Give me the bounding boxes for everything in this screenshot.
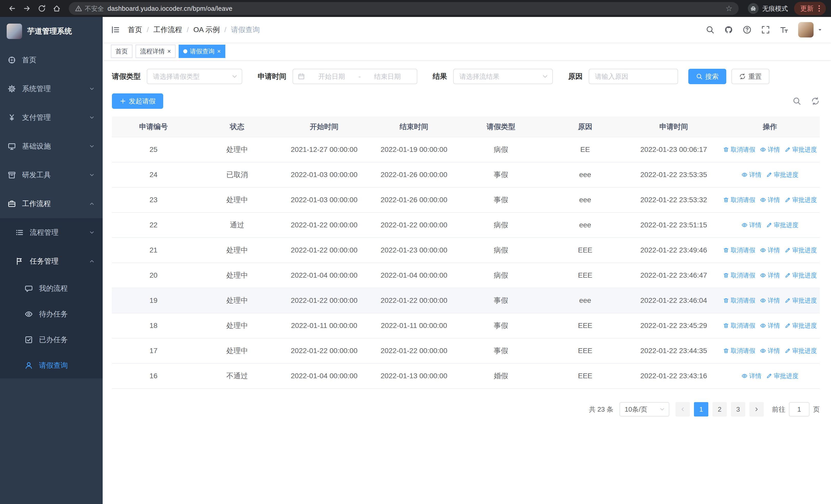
next-page-button[interactable] xyxy=(749,402,764,416)
leave-type-select[interactable]: 请选择请假类型 xyxy=(147,69,242,84)
github-icon[interactable] xyxy=(724,25,733,34)
cancel-leave-link[interactable]: 取消请假 xyxy=(723,296,755,305)
sidebar-item-process-mgmt[interactable]: 流程管理 xyxy=(0,218,103,247)
page-button-3[interactable]: 3 xyxy=(731,402,745,416)
table-row[interactable]: 16 不通过 2022-01-04 00:00:00 2022-01-13 00… xyxy=(112,363,820,388)
sidebar-item-todo-tasks[interactable]: 待办任务 xyxy=(0,301,103,327)
search-icon[interactable] xyxy=(706,25,715,34)
cancel-leave-link[interactable]: 取消请假 xyxy=(723,347,755,355)
plus-icon xyxy=(120,98,126,105)
breadcrumb-home[interactable]: 首页 xyxy=(128,25,142,35)
cell-reason: eee xyxy=(543,288,627,313)
forward-icon[interactable] xyxy=(20,2,34,16)
approval-progress-link[interactable]: 审批进度 xyxy=(784,146,817,154)
detail-link[interactable]: 详情 xyxy=(760,146,780,154)
bookmark-star-icon[interactable]: ☆ xyxy=(725,5,733,12)
cancel-leave-link[interactable]: 取消请假 xyxy=(723,196,755,204)
table-row[interactable]: 20 处理中 2022-01-04 00:00:00 2022-01-04 00… xyxy=(112,263,820,288)
sidebar-item-home[interactable]: 首页 xyxy=(0,46,103,75)
table-row[interactable]: 18 处理中 2022-01-11 00:00:00 2022-01-11 00… xyxy=(112,313,820,338)
tab-leave-query[interactable]: 请假查询 × xyxy=(179,45,225,58)
close-icon[interactable]: × xyxy=(167,48,171,54)
chevron-down-icon xyxy=(89,86,95,92)
table-row[interactable]: 23 处理中 2022-01-03 00:00:00 2022-01-26 00… xyxy=(112,187,820,212)
sidebar-item-workflow[interactable]: 工作流程 xyxy=(0,189,103,218)
toggle-search-icon[interactable] xyxy=(793,97,801,106)
breadcrumb-oa-example[interactable]: OA 示例 xyxy=(194,25,220,35)
goto-page-input[interactable] xyxy=(789,402,809,416)
sidebar-item-my-processes[interactable]: 我的流程 xyxy=(0,276,103,301)
page-size-select[interactable]: 10条/页 xyxy=(620,402,669,416)
tab-process-detail[interactable]: 流程详情 × xyxy=(136,45,175,58)
sidebar-item-task-mgmt[interactable]: 任务管理 xyxy=(0,247,103,276)
sidebar-item-system-mgmt[interactable]: 系统管理 xyxy=(0,75,103,103)
table-row[interactable]: 24 已取消 2022-01-03 00:00:00 2022-01-26 00… xyxy=(112,162,820,187)
cell-apply-time: 2022-01-23 00:06:17 xyxy=(627,137,720,162)
approval-progress-link[interactable]: 审批进度 xyxy=(784,271,817,279)
approval-progress-link[interactable]: 审批进度 xyxy=(784,347,817,355)
detail-link[interactable]: 详情 xyxy=(760,246,780,254)
sidebar: 芋道管理系统 首页 系统管理 支付管理 基础设施 研发工具 工作流 xyxy=(0,17,103,504)
close-icon[interactable]: × xyxy=(217,48,221,54)
prev-page-button[interactable] xyxy=(676,402,690,416)
sidebar-item-done-tasks[interactable]: 已办任务 xyxy=(0,327,103,353)
sidebar-toggle-icon[interactable] xyxy=(111,25,120,34)
detail-link[interactable]: 详情 xyxy=(741,372,762,380)
table-row[interactable]: 21 处理中 2022-01-22 00:00:00 2022-01-23 00… xyxy=(112,238,820,263)
table-row[interactable]: 22 通过 2022-01-22 00:00:00 2022-01-22 00:… xyxy=(112,212,820,238)
detail-link[interactable]: 详情 xyxy=(741,221,762,229)
help-icon[interactable] xyxy=(743,25,751,34)
approval-progress-link[interactable]: 审批进度 xyxy=(766,171,798,179)
cancel-leave-link[interactable]: 取消请假 xyxy=(723,146,755,154)
reason-input[interactable] xyxy=(589,69,678,84)
sidebar-item-infrastructure[interactable]: 基础设施 xyxy=(0,132,103,161)
fullscreen-icon[interactable] xyxy=(761,25,770,34)
approval-progress-link[interactable]: 审批进度 xyxy=(784,246,817,254)
apply-time-range-picker[interactable]: 开始日期 - 结束日期 xyxy=(292,69,417,84)
detail-link[interactable]: 详情 xyxy=(760,322,780,330)
approval-progress-link[interactable]: 审批进度 xyxy=(784,322,817,330)
detail-link[interactable]: 详情 xyxy=(741,171,762,179)
caret-down-icon[interactable] xyxy=(817,27,823,33)
cell-apply-id: 17 xyxy=(112,338,195,363)
not-secure-badge[interactable]: 不安全 xyxy=(75,4,104,13)
pen-icon xyxy=(766,222,772,228)
sidebar-item-payment-mgmt[interactable]: 支付管理 xyxy=(0,103,103,132)
briefcase-icon xyxy=(8,200,16,208)
approval-progress-link[interactable]: 审批进度 xyxy=(784,196,817,204)
page-button-2[interactable]: 2 xyxy=(712,402,727,416)
approval-progress-link[interactable]: 审批进度 xyxy=(784,296,817,305)
result-select[interactable]: 请选择流结果 xyxy=(453,69,553,84)
tab-home[interactable]: 首页 xyxy=(111,45,133,58)
kebab-menu-icon[interactable] xyxy=(815,4,823,12)
home-icon[interactable] xyxy=(50,2,64,16)
search-button[interactable]: 搜索 xyxy=(688,69,726,84)
sidebar-item-dev-tools[interactable]: 研发工具 xyxy=(0,161,103,189)
table-row[interactable]: 17 处理中 2022-01-22 00:00:00 2022-01-22 00… xyxy=(112,338,820,363)
cancel-leave-link[interactable]: 取消请假 xyxy=(723,246,755,254)
browser-menu-button[interactable]: 更新 xyxy=(794,2,826,15)
font-size-icon[interactable] xyxy=(780,25,789,34)
reset-button[interactable]: 重置 xyxy=(732,69,769,84)
app-logo: 芋道管理系统 xyxy=(0,17,103,46)
detail-link[interactable]: 详情 xyxy=(760,196,780,204)
sidebar-item-leave-query[interactable]: 请假查询 xyxy=(0,353,103,378)
detail-link[interactable]: 详情 xyxy=(760,271,780,279)
cancel-leave-link[interactable]: 取消请假 xyxy=(723,271,755,279)
incognito-icon xyxy=(748,3,758,14)
reload-icon[interactable] xyxy=(35,2,49,16)
detail-link[interactable]: 详情 xyxy=(760,296,780,305)
cancel-leave-link[interactable]: 取消请假 xyxy=(723,322,755,330)
table-row[interactable]: 25 处理中 2021-12-27 00:00:00 2022-01-19 00… xyxy=(112,137,820,162)
breadcrumb-workflow[interactable]: 工作流程 xyxy=(153,25,182,35)
detail-link[interactable]: 详情 xyxy=(760,347,780,355)
back-icon[interactable] xyxy=(5,2,19,16)
page-button-1[interactable]: 1 xyxy=(694,402,708,416)
avatar[interactable] xyxy=(798,22,813,37)
approval-progress-link[interactable]: 审批进度 xyxy=(766,221,798,229)
refresh-table-icon[interactable] xyxy=(811,97,820,106)
create-leave-button[interactable]: 发起请假 xyxy=(112,93,163,109)
approval-progress-link[interactable]: 审批进度 xyxy=(766,372,798,380)
table-row[interactable]: 19 处理中 2022-01-22 00:00:00 2022-01-22 00… xyxy=(112,288,820,313)
url-bar[interactable]: 不安全 dashboard.yudao.iocoder.cn/bpm/oa/le… xyxy=(69,2,739,15)
